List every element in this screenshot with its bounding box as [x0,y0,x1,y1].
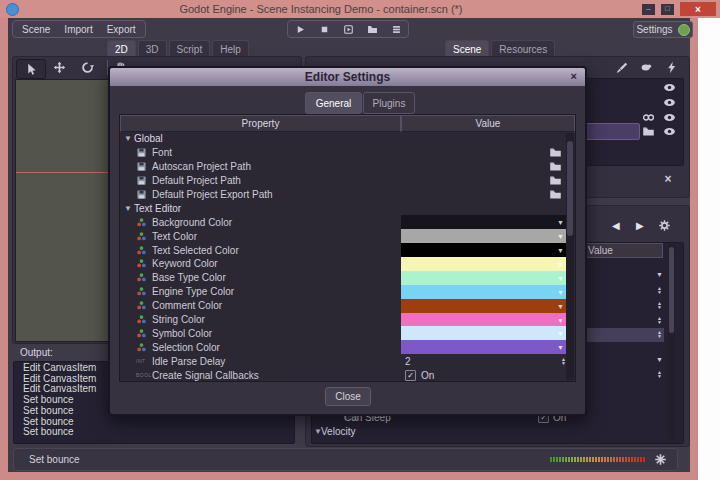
move-tool-icon[interactable] [53,61,66,74]
inspector-gear-icon[interactable] [658,219,671,232]
settings-button[interactable]: Settings [633,21,693,38]
tree-expand-icon[interactable]: ▼ [124,204,132,213]
inspector-scrollbar[interactable] [668,245,675,440]
settings-row[interactable]: INTIdle Parse Delay 2▲▼ [120,354,575,368]
settings-row[interactable]: String Color ▼ [120,313,575,327]
close-x-icon: × [664,172,671,186]
menu-scene[interactable]: Scene [15,24,57,35]
visibility-eye-icon[interactable] [663,125,676,138]
dropdown-icon: ▼ [557,247,564,254]
color-type-icon [136,245,147,256]
color-picker-swatch[interactable]: ▼ [401,340,566,354]
settings-row[interactable]: Keyword Color ▼ [120,257,575,271]
tree-expand-icon[interactable]: ▼ [124,134,132,143]
settings-row[interactable]: Engine Type Color ▼ [120,285,575,299]
color-picker-swatch[interactable]: ▼ [401,271,566,285]
maximize-button[interactable]: □ [661,4,674,15]
settings-row[interactable]: Symbol Color ▼ [120,326,575,340]
dialog-scrollbar[interactable] [566,133,574,380]
color-picker-swatch[interactable]: ▼ [401,326,566,340]
tab-scene[interactable]: Scene [445,40,489,57]
settings-row[interactable]: Font [120,146,575,160]
settings-row[interactable]: Background Color ▼ [120,215,575,229]
spinner-icon[interactable]: ▲▼ [657,301,662,309]
visibility-eye-icon[interactable] [663,96,676,109]
brush-tool-icon[interactable] [615,61,628,74]
settings-row[interactable]: Default Project Export Path [120,188,575,202]
visibility-eye-icon[interactable] [663,111,676,124]
spinner-icon[interactable]: ▲▼ [657,330,662,338]
settings-row[interactable]: Text Color ▼ [120,229,575,243]
color-picker-swatch[interactable]: ▼ [401,243,566,257]
dialog-titlebar[interactable]: Editor Settings × [110,68,585,86]
stop-icon[interactable] [319,24,330,35]
select-tool-button[interactable] [16,59,46,79]
dialog-scroll-thumb[interactable] [567,141,573,236]
browse-folder-icon[interactable] [549,174,562,187]
tab-script[interactable]: Script [169,40,211,57]
color-type-icon [136,314,147,325]
dropdown-icon[interactable]: ▼ [656,271,663,278]
dialog-close-button[interactable]: Close [325,387,371,406]
dropdown-icon[interactable]: ▼ [656,356,663,363]
settings-row[interactable]: Text Selected Color ▼ [120,243,575,257]
settings-row[interactable]: Comment Color ▼ [120,299,575,313]
window-title: Godot Engine - Scene Instancing Demo - c… [0,3,642,15]
editor-settings-dialog: Editor Settings × General Plugins Proper… [108,66,587,416]
play-custom-scene-icon[interactable] [367,24,378,35]
color-picker-swatch[interactable]: ▼ [401,257,566,271]
minimize-button[interactable]: – [642,4,655,15]
color-picker-swatch[interactable]: ▼ [401,285,566,299]
spinner-icon[interactable]: ▲▼ [657,370,662,378]
play-icon[interactable] [295,24,306,35]
spinner-icon[interactable]: ▲▼ [657,286,662,294]
color-picker-swatch[interactable]: ▼ [401,299,566,313]
bool-checkbox[interactable]: ✓ [405,370,416,381]
tab-resources[interactable]: Resources [491,40,555,57]
tab-plugins[interactable]: Plugins [363,92,415,114]
settings-row[interactable]: BOOLCreate Signal Callbacks ✓On [120,368,575,382]
selected-tree-item[interactable] [585,123,640,140]
color-picker-swatch[interactable]: ▼ [401,313,566,327]
tab-help[interactable]: Help [212,40,249,57]
settings-row[interactable]: ▼Global [120,132,575,146]
history-forward-icon[interactable]: ▶ [636,220,644,231]
select-arrow-icon [25,63,38,76]
close-window-button[interactable]: × [680,2,716,16]
menu-import[interactable]: Import [57,24,99,35]
play-scene-icon[interactable] [343,24,354,35]
update-spinner-icon[interactable] [654,453,667,466]
inspector-scroll-thumb[interactable] [669,247,674,333]
rotate-tool-icon[interactable] [81,61,94,74]
settings-table: Property Value ▼Global Font Autoscan Pro… [119,114,576,382]
inspector-row-highlight[interactable] [584,328,664,342]
settings-row[interactable]: Base Type Color ▼ [120,271,575,285]
settings-row[interactable]: Selection Color ▼ [120,340,575,354]
bolt-tool-icon[interactable] [665,61,678,74]
pause-frames-icon[interactable] [391,24,402,35]
subscene-folder-icon[interactable] [642,125,655,138]
visibility-eye-icon[interactable] [663,81,676,94]
browse-folder-icon[interactable] [549,146,562,159]
tab-2d[interactable]: 2D [107,40,136,57]
tab-3d[interactable]: 3D [138,40,167,57]
int-value: 2 [405,356,411,367]
dock-close-button[interactable]: × [660,171,676,187]
status-message: Set bounce [29,454,80,465]
color-picker-swatch[interactable]: ▼ [401,215,566,229]
browse-folder-icon[interactable] [549,160,562,173]
settings-row[interactable]: ▼Text Editor [120,201,575,215]
maximize-icon: □ [665,5,670,13]
link-icon[interactable] [642,111,655,124]
browse-folder-icon[interactable] [549,188,562,201]
int-type-icon: INT [136,358,147,364]
dialog-close-icon[interactable]: × [571,70,577,82]
menu-export[interactable]: Export [100,24,143,35]
history-back-icon[interactable]: ◀ [612,220,620,231]
tab-general[interactable]: General [305,92,362,114]
settings-row[interactable]: Autoscan Project Path [120,160,575,174]
settings-row[interactable]: Default Project Path [120,174,575,188]
color-picker-swatch[interactable]: ▼ [401,229,566,243]
spinner-icon[interactable]: ▲▼ [657,316,662,324]
blob-tool-icon[interactable] [640,61,653,74]
